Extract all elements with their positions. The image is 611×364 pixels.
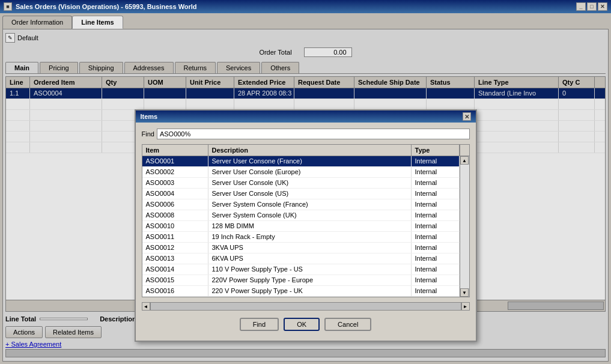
item-description: Server System Console (France)	[208, 199, 412, 210]
item-type: Internal	[412, 275, 460, 285]
list-item[interactable]: ASO0002 Server User Console (Europe) Int…	[142, 167, 460, 178]
item-code: ASO0011	[142, 232, 208, 242]
find-label: Find	[142, 130, 154, 138]
modal-overlay: Items ✕ Find Item Description Type	[0, 13, 611, 364]
cancel-button[interactable]: Cancel	[324, 318, 371, 331]
item-type: Internal	[412, 221, 460, 231]
item-code: ASO0004	[142, 189, 208, 199]
col-description: Description	[208, 145, 412, 156]
find-input[interactable]	[157, 129, 470, 139]
hscroll-track[interactable]	[150, 302, 461, 311]
item-type: Internal	[412, 189, 460, 199]
item-code: ASO0010	[142, 221, 208, 231]
hscroll-right-button[interactable]: ►	[461, 302, 470, 311]
list-item[interactable]: ASO0010 128 MB DIMM Internal	[142, 221, 460, 232]
item-description: 128 MB DIMM	[208, 221, 412, 231]
title-bar: ■ Sales Orders (Vision Operations) - 659…	[0, 0, 611, 13]
modal-body: Find Item Description Type ASO0001 S	[136, 123, 476, 341]
window-controls: _ □ ✕	[576, 2, 607, 11]
item-code: ASO0013	[142, 253, 208, 264]
list-item[interactable]: ASO0015 220V Power Supply Type - Europe …	[142, 275, 460, 286]
list-item[interactable]: ASO0013 6KVA UPS Internal	[142, 253, 460, 264]
item-description: Server User Console (US)	[208, 189, 412, 199]
item-code: ASO0008	[142, 210, 208, 220]
scroll-down-button[interactable]: ▼	[460, 288, 469, 297]
item-description: Server User Consone (France)	[208, 156, 412, 166]
item-code: ASO0016	[142, 286, 208, 296]
item-code: ASO0001	[142, 156, 208, 166]
list-item[interactable]: ASO0006 Server System Console (France) I…	[142, 199, 460, 210]
list-item[interactable]: ASO0001 Server User Consone (France) Int…	[142, 156, 460, 167]
maximize-button[interactable]: □	[587, 2, 597, 11]
item-type: Internal	[412, 210, 460, 220]
col-item: Item	[142, 145, 208, 156]
col-type: Type	[412, 145, 460, 156]
item-type: Internal	[412, 264, 460, 275]
tab-line-items[interactable]: Line Items	[72, 16, 123, 29]
item-code: ASO0006	[142, 199, 208, 210]
list-item[interactable]: ASO0012 3KVA UPS Internal	[142, 243, 460, 253]
list-item[interactable]: ASO0016 220 V Power Supply Type - UK Int…	[142, 286, 460, 297]
scroll-header	[460, 145, 469, 156]
list-item[interactable]: ASO0004 Server User Console (US) Interna…	[142, 189, 460, 199]
items-vscrollbar[interactable]: ▲ ▼	[460, 156, 469, 297]
items-modal: Items ✕ Find Item Description Type	[135, 109, 477, 342]
items-body: ASO0001 Server User Consone (France) Int…	[142, 156, 460, 297]
ok-button[interactable]: OK	[284, 318, 320, 331]
find-button[interactable]: Find	[240, 318, 279, 331]
modal-buttons: Find OK Cancel	[142, 315, 470, 335]
item-type: Internal	[412, 156, 460, 166]
item-description: 110 V Power Supply Type - US	[208, 264, 412, 275]
item-code: ASO0012	[142, 243, 208, 253]
hscroll-left-button[interactable]: ◄	[142, 302, 150, 311]
items-hscrollbar[interactable]: ◄ ►	[142, 302, 470, 311]
item-code: ASO0002	[142, 167, 208, 177]
item-description: 220V Power Supply Type - Europe	[208, 275, 412, 285]
window-title: Sales Orders (Vision Operations) - 65993…	[16, 3, 576, 10]
item-type: Internal	[412, 178, 460, 188]
item-description: 220 V Power Supply Type - UK	[208, 286, 412, 296]
item-code: ASO0015	[142, 275, 208, 285]
items-body-wrapper: ASO0001 Server User Consone (France) Int…	[142, 156, 469, 297]
item-description: 19 Inch Rack - Empty	[208, 232, 412, 242]
minimize-button[interactable]: _	[576, 2, 586, 11]
list-item[interactable]: ASO0003 Server User Console (UK) Interna…	[142, 178, 460, 189]
modal-title-text: Items	[141, 113, 158, 120]
list-item[interactable]: ASO0014 110 V Power Supply Type - US Int…	[142, 264, 460, 275]
item-description: 6KVA UPS	[208, 253, 412, 264]
modal-close-button[interactable]: ✕	[463, 112, 471, 121]
items-table: Item Description Type ASO0001 Server Use…	[142, 144, 470, 297]
item-description: Server User Console (Europe)	[208, 167, 412, 177]
item-code: ASO0014	[142, 264, 208, 275]
list-item[interactable]: ASO0011 19 Inch Rack - Empty Internal	[142, 232, 460, 243]
list-item[interactable]: ASO0008 Server System Console (UK) Inter…	[142, 210, 460, 221]
item-description: 3KVA UPS	[208, 243, 412, 253]
modal-title-bar: Items ✕	[136, 111, 476, 123]
item-type: Internal	[412, 243, 460, 253]
item-code: ASO0003	[142, 178, 208, 188]
item-type: Internal	[412, 286, 460, 296]
app-icon: ■	[4, 2, 12, 11]
scroll-track[interactable]	[460, 165, 469, 288]
item-type: Internal	[412, 167, 460, 177]
item-type: Internal	[412, 253, 460, 264]
item-type: Internal	[412, 232, 460, 242]
item-description: Server System Console (UK)	[208, 210, 412, 220]
scroll-up-button[interactable]: ▲	[460, 156, 469, 165]
item-description: Server User Console (UK)	[208, 178, 412, 188]
items-header: Item Description Type	[142, 145, 469, 156]
find-row: Find	[142, 129, 470, 139]
close-button[interactable]: ✕	[598, 2, 607, 11]
item-type: Internal	[412, 199, 460, 210]
